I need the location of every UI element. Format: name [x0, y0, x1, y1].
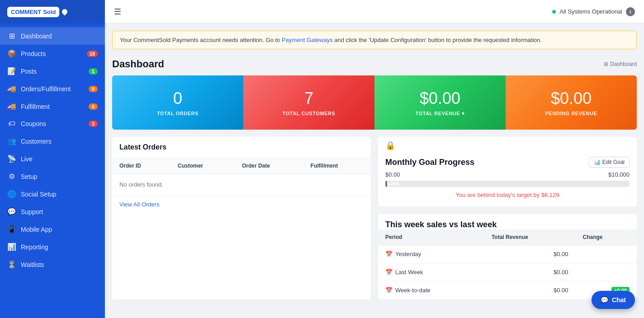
stat-label-total-revenue: TOTAL REVENUE ▾: [416, 111, 465, 117]
progress-pct-text: 0.00%: [387, 182, 400, 187]
sidebar-item-live[interactable]: 📡Live: [0, 150, 105, 168]
weekly-revenue-2: $0.00: [484, 281, 576, 299]
info-icon[interactable]: i: [626, 7, 635, 16]
orders-col-fulfillment: Fulfillment: [303, 158, 371, 174]
monthly-goal-title: Monthly Goal Progress: [385, 158, 474, 167]
fulfillment-icon: 🚚: [7, 102, 16, 111]
stat-value-total-customers: 7: [304, 89, 313, 108]
weekly-col-period: Period: [378, 229, 484, 245]
sidebar-item-reporting[interactable]: 📊Reporting: [0, 238, 105, 256]
sidebar-item-mobile-app[interactable]: 📱Mobile App: [0, 220, 105, 238]
alert-text-before: Your CommentSold Payments account needs …: [120, 37, 282, 43]
stat-card-total-revenue[interactable]: $0.00TOTAL REVENUE ▾: [374, 75, 506, 130]
weekly-row-1: 📅Last Week$0.00: [378, 263, 637, 281]
edit-goal-button[interactable]: 📊 Edit Goal: [589, 157, 630, 168]
sidebar-item-label-reporting: Reporting: [21, 243, 48, 251]
logo-sold: Sold: [43, 9, 56, 15]
sidebar-item-posts[interactable]: 📝Posts1: [0, 62, 105, 80]
orders-col-customer: Customer: [170, 158, 235, 174]
status-dot-icon: [552, 10, 556, 14]
weekly-revenue-1: $0.00: [484, 263, 576, 281]
mobile-app-icon: 📱: [7, 225, 16, 234]
stat-value-total-revenue: $0.00: [420, 89, 460, 108]
nav-badge-orders-fulfillment: 0: [89, 86, 98, 92]
stat-value-pending-revenue: $0.00: [551, 89, 592, 108]
waitlists-icon: ⏳: [7, 260, 16, 269]
breadcrumb-label: Dashboard: [610, 61, 637, 67]
social-setup-icon: 🌐: [7, 190, 16, 198]
goal-amounts: $0.00 $10,000: [385, 171, 630, 178]
weekly-sales-title: This week sales vs last week: [378, 214, 637, 229]
logo-comment: COMMENT: [11, 9, 41, 15]
logo: COMMENT Sold: [0, 0, 105, 23]
latest-orders-card: Latest Orders Order IDCustomerOrder Date…: [112, 137, 371, 299]
weekly-revenue-0: $0.00: [484, 245, 576, 263]
nav-badge-coupons: 3: [89, 121, 98, 127]
sidebar-item-label-dashboard: Dashboard: [21, 33, 52, 40]
orders-fulfillment-icon: 🚚: [7, 84, 16, 93]
weekly-change-0: [576, 245, 637, 263]
reporting-icon: 📊: [7, 243, 16, 251]
behind-target-text: You are behind today's target by $6,129: [385, 190, 630, 200]
goal-header: Monthly Goal Progress 📊 Edit Goal: [378, 150, 637, 171]
chat-button[interactable]: 💬 Chat: [592, 291, 635, 309]
weekly-change-1: [576, 263, 637, 281]
stat-card-total-orders: 0TOTAL ORDERS: [112, 75, 243, 130]
sidebar-item-social-setup[interactable]: 🌐Social Setup: [0, 185, 105, 203]
nav-badge-products: 18: [87, 51, 98, 57]
sidebar-item-setup[interactable]: ⚙Setup: [0, 168, 105, 185]
orders-table: Order IDCustomerOrder DateFulfillment No…: [112, 158, 371, 196]
view-all-orders-link[interactable]: View All Orders: [112, 196, 371, 213]
sidebar-item-label-posts: Posts: [21, 68, 37, 75]
stat-label-total-orders: TOTAL ORDERS: [157, 111, 199, 116]
no-orders-text: No orders found.: [112, 174, 371, 196]
sidebar-item-support[interactable]: 💬Support: [0, 203, 105, 220]
sidebar-item-waitlists[interactable]: ⏳Waitlists: [0, 256, 105, 273]
monthly-goal-card: 🔒 Monthly Goal Progress 📊 Edit Goal $0.0…: [378, 137, 637, 206]
stat-card-total-customers: 7TOTAL CUSTOMERS: [243, 75, 374, 130]
products-icon: 📦: [7, 49, 16, 58]
weekly-sales-card: This week sales vs last week PeriodTotal…: [378, 214, 637, 299]
nav-badge-fulfillment: 0: [89, 103, 98, 110]
dashboard-icon: ⊞: [7, 32, 16, 40]
customers-icon: 👥: [7, 137, 16, 145]
page-title: Dashboard: [112, 58, 164, 70]
stat-value-total-orders: 0: [173, 89, 182, 108]
payment-gateways-link[interactable]: Payment Gateways: [282, 37, 333, 43]
sidebar-item-label-products: Products: [21, 50, 46, 57]
sidebar-nav: ⊞Dashboard📦Products18📝Posts1🚚Orders/Fulf…: [0, 23, 105, 318]
weekly-row-0: 📅Yesterday$0.00: [378, 245, 637, 263]
hamburger-button[interactable]: ☰: [114, 7, 121, 17]
stat-label-pending-revenue: PENDING REVENUE: [545, 111, 597, 116]
stat-card-pending-revenue: $0.00PENDING REVENUE: [506, 75, 637, 130]
goal-target: $10,000: [608, 171, 630, 178]
sidebar-item-label-mobile-app: Mobile App: [21, 226, 52, 233]
chat-label: Chat: [612, 296, 626, 304]
goal-lock-icon: 🔒: [378, 137, 637, 150]
sidebar-item-label-setup: Setup: [21, 173, 38, 180]
logo-bubble-icon: [61, 8, 69, 16]
chat-icon: 💬: [601, 296, 608, 304]
progress-bar-fill: 0.00%: [385, 181, 387, 187]
progress-bar-bg: 0.00%: [385, 181, 630, 187]
status-text: All Systems Operational: [559, 8, 622, 15]
weekly-period-1: 📅Last Week: [378, 263, 484, 281]
sidebar-item-products[interactable]: 📦Products18: [0, 45, 105, 62]
topbar: ☰ All Systems Operational i: [105, 0, 644, 23]
sidebar-item-label-fulfillment: Fulfillment: [21, 103, 50, 110]
sidebar-item-orders-fulfillment[interactable]: 🚚Orders/Fulfillment0: [0, 80, 105, 98]
sidebar-item-coupons[interactable]: 🏷Coupons3: [0, 115, 105, 132]
breadcrumb-icon: ⊞: [604, 61, 608, 67]
weekly-col-change: Change: [576, 229, 637, 245]
breadcrumb: ⊞ Dashboard: [604, 61, 637, 67]
goal-progress-section: $0.00 $10,000 0.00% You are behind today…: [378, 171, 637, 206]
sidebar-item-label-live: Live: [21, 155, 33, 163]
sidebar-item-fulfillment[interactable]: 🚚Fulfillment0: [0, 98, 105, 115]
content-area: Your CommentSold Payments account needs …: [105, 23, 644, 318]
sidebar-item-dashboard[interactable]: ⊞Dashboard: [0, 27, 105, 45]
stat-label-total-customers: TOTAL CUSTOMERS: [283, 111, 336, 116]
main-area: ☰ All Systems Operational i Your Comment…: [105, 0, 644, 318]
sidebar-item-customers[interactable]: 👥Customers: [0, 132, 105, 150]
setup-icon: ⚙: [7, 172, 16, 181]
latest-orders-title: Latest Orders: [112, 137, 371, 158]
